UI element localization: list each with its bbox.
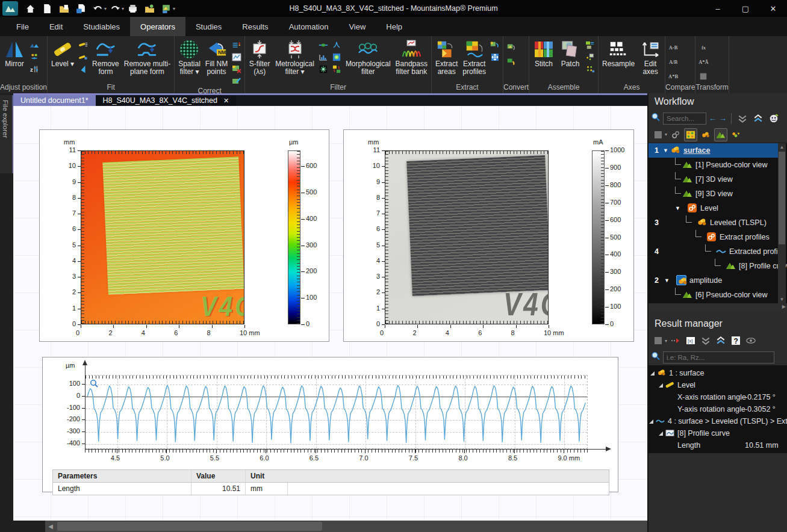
ribbon-button-patch[interactable]: Patch [558,39,583,69]
ribbon-button-extract-profiles[interactable]: Extract profiles [461,39,488,76]
result-item-x-axis-rotation-angle[interactable]: X-axis rotation angle-0.2175 ° [649,391,787,403]
collapse-all-icon[interactable] [736,112,749,125]
ribbon-button-stitch[interactable]: Stitch [531,39,556,69]
map-pen-icon[interactable] [231,76,243,87]
dots-divide-icon[interactable] [28,52,40,63]
expand-all-icon[interactable] [714,334,727,347]
studiables-grid-icon[interactable] [684,128,697,141]
result-item--8-profile-curve[interactable]: [8] Profile curve [649,427,787,439]
map-plot-pseudo-color-view-intensity[interactable]: V4C [385,150,549,324]
print-icon[interactable] [125,2,140,15]
expand-caret-icon[interactable]: ▼ [663,147,668,153]
ribbon-button-bandpass-filter-bank[interactable]: Bandpass filter bank [394,39,429,76]
menu-studiables[interactable]: Studiables [73,17,130,36]
profile-dot-icon[interactable] [317,40,329,51]
view-frame-pseudo-color-view-intensity[interactable]: mmmAV4C111098765432100246810 mm100090080… [343,129,634,342]
level-line-icon[interactable] [77,40,89,51]
menu-edit[interactable]: Edit [39,17,73,36]
align-layers-icon[interactable] [584,40,596,51]
export-image-icon[interactable] [159,2,173,15]
ribbon-button-level[interactable]: Level ▾ [49,39,76,69]
expanded-caret-icon[interactable] [650,371,655,376]
zoom-magnifier-icon[interactable] [89,379,99,389]
operators-gears-icon[interactable] [669,128,682,141]
wedge-icon[interactable] [77,64,89,75]
horizontal-scrollbar-thumb[interactable] [57,522,322,531]
more-dropdown-icon[interactable]: ▾ [173,6,175,11]
wavelet-icon[interactable] [697,71,709,82]
result-item-1-surface[interactable]: 1 : surface [649,367,787,379]
expanded-caret-icon[interactable] [649,419,653,424]
workflow-item-extracted-profile[interactable]: 4Extracted profile [649,244,778,259]
spike-icon[interactable] [331,40,343,51]
scroll-right-arrow-icon[interactable]: ▶ [782,303,786,311]
result-manager-search-input[interactable] [663,351,774,363]
ribbon-button-remove-form[interactable]: Remove form [90,39,121,76]
collapse-all-icon[interactable] [699,334,712,347]
map-x-icon[interactable] [231,64,243,75]
new-document-icon[interactable] [40,2,54,15]
forward-arrow-icon[interactable]: → [719,114,727,123]
workflow-item--9-3d-view[interactable]: [9] 3D view [649,187,778,201]
histogram-icon[interactable] [317,52,329,63]
undo-icon[interactable] [90,2,105,15]
workflow-item-level[interactable]: ▼Level [649,201,778,215]
ribbon-button-mirror[interactable]: Mirror [2,39,27,69]
close-tab-icon[interactable]: ✕ [223,97,229,105]
expand-caret-icon[interactable]: ▼ [664,277,670,283]
expand-all-icon[interactable] [751,112,765,125]
visibility-icon[interactable] [744,334,757,347]
workflow-vertical-scrollbar[interactable]: ▲▼ [778,143,786,303]
ribbon-button-metrological-filter[interactable]: Metrological filter ▾ [273,39,316,76]
grid-dots-icon[interactable] [584,64,596,75]
map-plot-pseudo-color-view-height[interactable]: V4C [81,150,244,324]
home-icon[interactable] [23,2,37,15]
workflow-horizontal-scrollbar[interactable]: ▶ [649,303,787,311]
scroll-up-arrow-icon[interactable]: ▲ [778,143,786,151]
workflow-item--6-pseudo-color-view[interactable]: [6] Pseudo-color view [649,288,778,302]
redo-icon[interactable] [108,2,122,15]
ribbon-button-resample[interactable]: Resample [600,39,636,69]
menu-help[interactable]: Help [376,17,412,36]
mountains-pair-icon[interactable] [28,40,40,51]
menu-results[interactable]: Results [232,17,278,36]
close-button[interactable]: ✕ [759,0,787,17]
workflow-item-amplitude[interactable]: 2▼amplitude [649,273,778,288]
result-item-y-axis-rotation-angle[interactable]: Y-axis rotation angle-0.3052 ° [649,403,787,415]
convert-rotate-icon[interactable] [505,42,517,53]
ribbon-button-remove-multi-plane-form[interactable]: Remove multi- plane form [122,39,172,76]
lines-menu-icon[interactable] [231,40,243,51]
substitution-surface-icon[interactable] [729,128,742,141]
a-b-icon[interactable]: A/B [667,57,679,67]
workflow-item-leveled-tlspl-[interactable]: 3Leveled (TLSPL) [649,215,778,230]
assistant-icon[interactable] [767,112,780,125]
mountain-view-icon[interactable] [714,128,727,141]
expand-caret-icon[interactable]: ▼ [675,205,680,211]
import-image-icon[interactable] [142,2,157,15]
expanded-caret-icon[interactable] [659,383,663,388]
swap-maps-icon[interactable] [331,64,343,75]
ribbon-button-morphological-filter[interactable]: Morphological filter [344,39,393,76]
fx-icon[interactable]: fx [697,42,709,53]
view-frame-profile-curve[interactable]: µm1000-100-200-300-4004.55.05.56.06.57.0… [42,357,618,492]
open-folder-icon[interactable] [57,2,71,15]
thumbnail-dropdown-icon[interactable] [652,128,665,141]
menu-view[interactable]: View [338,17,376,36]
a--icon[interactable]: A*Ā [697,57,709,67]
a-b-icon[interactable]: A*B [667,71,679,82]
chart-small-icon[interactable] [231,52,243,63]
workflow-search-input[interactable] [663,113,706,125]
result-item-length[interactable]: Length10.51 mm [649,439,787,451]
scroll-left-arrow-icon[interactable]: ◀ [45,521,56,532]
profile-plot[interactable] [85,375,588,449]
workflow-item-extract-profiles[interactable]: Extract profiles [649,230,778,244]
ribbon-button-fill-nm-points[interactable]: NMFill NM points [204,39,229,76]
menu-operators[interactable]: Operators [130,17,185,36]
workflow-item--8-profile-curve[interactable]: [8] Profile curve [649,259,778,273]
menu-file[interactable]: File [6,17,39,36]
formula-x-icon[interactable]: [x] [684,334,697,347]
scroll-down-arrow-icon[interactable]: ▼ [778,295,786,303]
ribbon-button-s-filter-s-[interactable]: S-filter (λs) [247,39,272,76]
map-arrow-icon[interactable] [489,40,501,51]
convert-pen-icon[interactable] [505,57,517,67]
